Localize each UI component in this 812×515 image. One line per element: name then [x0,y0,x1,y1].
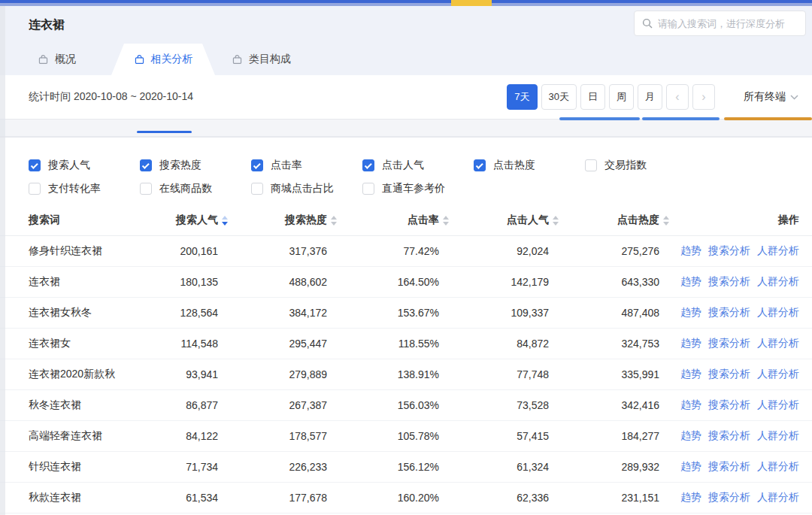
search-popularity-cell: 114,548 [158,329,229,359]
metric-label: 点击热度 [493,159,535,172]
metric-checkbox-item[interactable]: 点击热度 [474,159,585,172]
sort-icon[interactable] [553,216,559,226]
sort-icon[interactable] [331,216,338,226]
table-row: 秋冬连衣裙 86,877 267,387 156.03% 73,528 342,… [0,390,812,421]
tab-category-composition[interactable]: 类目构成 [232,53,291,66]
search-analysis-link[interactable]: 搜索分析 [708,368,750,381]
sort-icon[interactable] [222,216,229,226]
chevron-down-icon [790,95,798,100]
next-period-button[interactable]: › [692,84,715,110]
search-box[interactable] [634,11,806,36]
checkbox[interactable] [140,159,152,171]
col-header-search-popularity[interactable]: 搜索人气 [158,205,229,236]
metric-checkbox-item[interactable]: 支付转化率 [29,182,140,195]
checkbox[interactable] [251,159,263,171]
trend-link[interactable]: 趋势 [680,429,701,443]
checkbox[interactable] [362,183,374,195]
metric-label: 商城点击占比 [271,182,334,195]
metric-label: 支付转化率 [48,182,101,195]
metric-checkbox-item[interactable]: 点击率 [251,159,362,172]
check-icon [475,161,483,168]
prev-period-button[interactable]: ‹ [666,84,689,110]
metric-label: 搜索热度 [159,159,201,172]
metric-checkbox-item[interactable]: 交易指数 [585,159,696,172]
table-row: 高端轻奢连衣裙 84,122 178,577 105.78% 57,415 18… [0,421,812,452]
metric-label: 点击人气 [382,159,424,172]
crowd-analysis-link[interactable]: 人群分析 [757,398,799,412]
trend-link[interactable]: 趋势 [680,306,701,320]
period-button[interactable]: 30天 [541,84,577,110]
checkbox[interactable] [251,183,263,195]
search-heat-cell: 295,447 [229,329,338,359]
chevron-right-icon: › [701,90,705,104]
checkbox[interactable] [29,159,41,171]
checkbox[interactable] [140,183,152,195]
click-popularity-cell: 84,872 [450,329,559,359]
checkbox[interactable] [474,159,486,171]
search-analysis-link[interactable]: 搜索分析 [708,429,750,443]
keyword-cell: 连衣裙女 [0,329,158,359]
period-button[interactable]: 日 [580,84,605,110]
checkbox[interactable] [585,159,597,171]
crowd-analysis-link[interactable]: 人群分析 [757,460,799,474]
search-heat-cell: 317,376 [229,236,338,267]
crowd-analysis-link[interactable]: 人群分析 [757,306,799,320]
search-heat-cell: 279,889 [229,359,338,390]
active-tab-indicator [137,131,192,133]
period-button[interactable]: 周 [609,84,634,110]
actions-cell: 趋势 搜索分析 人群分析 [670,483,812,513]
crowd-analysis-link[interactable]: 人群分析 [757,275,799,289]
trend-link[interactable]: 趋势 [680,275,701,289]
crowd-analysis-link[interactable]: 人群分析 [757,491,799,504]
trend-link[interactable]: 趋势 [680,244,701,258]
terminal-dropdown[interactable]: 所有终端 [744,90,798,104]
click-heat-cell: 289,932 [559,452,670,483]
search-popularity-cell: 180,135 [158,267,229,298]
search-analysis-link[interactable]: 搜索分析 [708,460,750,474]
stat-time-label: 统计时间 [29,90,71,102]
crowd-analysis-link[interactable]: 人群分析 [757,244,799,258]
period-button-group: 7天 30天 日 周 月 ‹ › [507,84,715,110]
search-analysis-link[interactable]: 搜索分析 [708,337,750,350]
crowd-analysis-link[interactable]: 人群分析 [757,429,799,443]
trend-link[interactable]: 趋势 [680,460,701,474]
analysis-panel: 搜索人气 搜索热度 点击率 点击人气 点击热度 交易指数 [0,138,812,515]
sort-icon[interactable] [663,216,670,226]
metric-checkbox-item[interactable]: 搜索人气 [29,159,140,172]
tab-label: 相关分析 [151,53,193,66]
col-header-label: 搜索人气 [176,214,218,227]
trend-link[interactable]: 趋势 [680,337,701,350]
metric-checkbox-item[interactable]: 商城点击占比 [251,182,362,195]
metric-checkbox-item[interactable]: 直通车参考价 [362,182,474,195]
ctr-cell: 164.50% [338,267,450,298]
period-button[interactable]: 7天 [507,84,537,110]
trend-link[interactable]: 趋势 [680,368,701,381]
metric-checkbox-item[interactable]: 点击人气 [362,159,474,172]
sort-icon[interactable] [443,216,450,226]
crowd-analysis-link[interactable]: 人群分析 [757,337,799,350]
click-popularity-cell: 142,179 [450,267,559,298]
tab-overview[interactable]: 概况 [38,53,76,66]
metric-checkbox-item[interactable]: 在线商品数 [140,182,251,195]
search-input[interactable] [658,18,798,29]
search-analysis-link[interactable]: 搜索分析 [708,398,750,412]
checkbox[interactable] [29,183,41,195]
search-analysis-link[interactable]: 搜索分析 [708,306,750,320]
tab-related-analysis[interactable]: 相关分析 [111,44,215,75]
search-analysis-link[interactable]: 搜索分析 [708,491,750,504]
metric-row-1: 搜索人气 搜索热度 点击率 点击人气 点击热度 交易指数 [29,159,812,172]
chevron-left-icon: ‹ [675,90,679,104]
trend-link[interactable]: 趋势 [680,398,701,412]
col-header-search-heat[interactable]: 搜索热度 [229,205,338,236]
search-analysis-link[interactable]: 搜索分析 [708,244,750,258]
actions-cell: 趋势 搜索分析 人群分析 [670,267,812,298]
col-header-click-heat[interactable]: 点击热度 [559,205,670,236]
col-header-ctr[interactable]: 点击率 [338,205,450,236]
crowd-analysis-link[interactable]: 人群分析 [757,368,799,381]
col-header-click-popularity[interactable]: 点击人气 [450,205,559,236]
search-analysis-link[interactable]: 搜索分析 [708,275,750,289]
period-button[interactable]: 月 [638,84,662,110]
trend-link[interactable]: 趋势 [680,491,701,504]
metric-checkbox-item[interactable]: 搜索热度 [140,159,251,172]
checkbox[interactable] [362,159,374,171]
